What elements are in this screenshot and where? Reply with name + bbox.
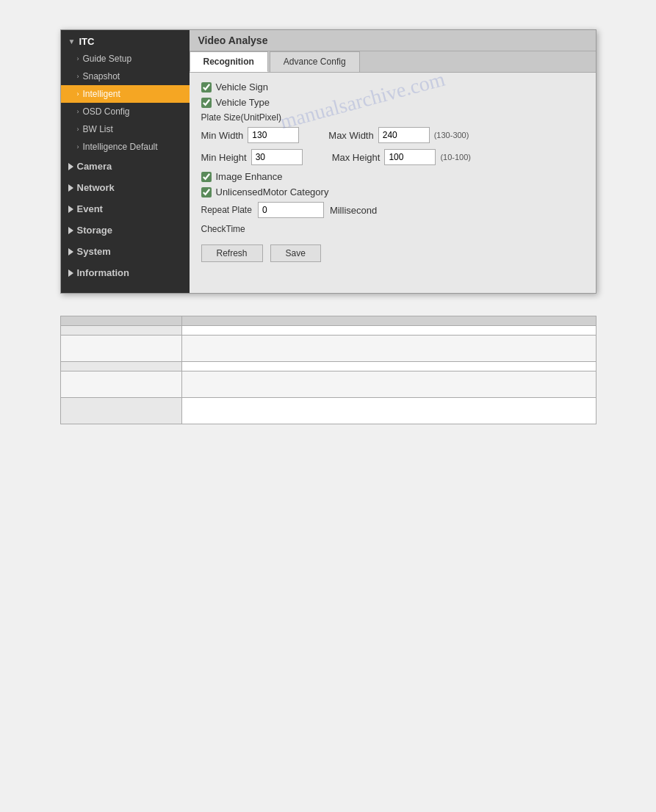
unlicensed-motor-row: UnlicensedMotor Category	[201, 186, 584, 197]
tab-recognition-label: Recognition	[203, 57, 254, 67]
image-enhance-checkbox[interactable]	[201, 172, 212, 182]
width-row: Min Width Max Width (130-300)	[201, 127, 584, 143]
min-height-label: Min Height	[201, 152, 247, 163]
table-cell-right	[181, 362, 596, 371]
vehicle-sign-label: Vehicle Sign	[216, 81, 269, 93]
tab-advance-config-label: Advance Config	[284, 57, 346, 67]
network-tri	[68, 184, 73, 192]
sidebar-item-osd-config[interactable]: › OSD Config	[61, 103, 190, 120]
sidebar-group-storage-label: Storage	[77, 225, 112, 236]
min-width-group: Min Width	[201, 127, 300, 143]
height-row: Min Height Max Height (10-100)	[201, 149, 584, 165]
sidebar-item-label-intelligence-default: Intelligence Default	[83, 142, 158, 152]
sidebar-group-camera-label: Camera	[77, 161, 112, 172]
sidebar-group-event-label: Event	[77, 203, 103, 214]
image-enhance-row: Image Enhance	[201, 171, 584, 182]
max-height-group: Max Height (10-100)	[332, 149, 471, 165]
tab-bar: Recognition Advance Config	[190, 51, 596, 73]
table-header-left	[60, 316, 181, 326]
sidebar-group-system-label: System	[77, 246, 111, 257]
storage-tri	[68, 227, 73, 234]
check-time-row: CheckTime	[201, 224, 584, 234]
table-cell-left	[60, 326, 181, 336]
guide-setup-arrow: ›	[77, 55, 79, 62]
table-cell-left	[60, 336, 181, 362]
table-row	[60, 362, 596, 371]
repeat-plate-input[interactable]	[258, 202, 324, 218]
table-row	[60, 326, 596, 336]
vehicle-type-label: Vehicle Type	[216, 97, 270, 108]
vehicle-type-checkbox[interactable]	[201, 98, 212, 108]
table-header-right	[181, 316, 596, 326]
sidebar-group-system[interactable]: System	[61, 241, 190, 262]
sidebar-item-label-osd-config: OSD Config	[83, 106, 130, 117]
max-height-input[interactable]	[384, 149, 436, 165]
min-height-group: Min Height	[201, 149, 303, 165]
repeat-plate-label: Repeat Plate	[201, 205, 252, 215]
snapshot-arrow: ›	[77, 73, 79, 80]
tab-recognition[interactable]: Recognition	[190, 51, 268, 72]
sidebar-section-itc-label: ITC	[79, 36, 94, 47]
sidebar-group-storage[interactable]: Storage	[61, 220, 190, 241]
image-enhance-label: Image Enhance	[216, 171, 283, 182]
plate-size-label: Plate Size(UnitPixel)	[201, 112, 584, 123]
button-row: Refresh Save	[201, 244, 584, 262]
max-width-group: Max Width (130-300)	[328, 127, 469, 143]
vehicle-sign-checkbox[interactable]	[201, 82, 212, 93]
sidebar-item-intelligent[interactable]: › Intelligent	[61, 85, 190, 103]
max-width-input[interactable]	[378, 127, 430, 143]
min-width-input[interactable]	[248, 127, 299, 143]
sidebar-group-information[interactable]: Information	[61, 262, 190, 283]
refresh-button[interactable]: Refresh	[201, 244, 263, 262]
tab-advance-config[interactable]: Advance Config	[270, 51, 360, 72]
sidebar-group-network-label: Network	[77, 182, 115, 193]
table-cell-left	[60, 398, 181, 424]
sidebar-item-bwlist[interactable]: › BW List	[61, 120, 190, 138]
table-cell-right	[181, 371, 596, 398]
table-row	[60, 371, 596, 398]
information-tri	[68, 269, 73, 277]
max-width-range: (130-300)	[434, 131, 469, 139]
camera-tri	[68, 163, 73, 170]
sidebar-item-label-bwlist: BW List	[83, 124, 113, 134]
max-height-range: (10-100)	[440, 153, 471, 162]
intelligent-arrow: ›	[77, 90, 79, 98]
table-cell-right	[181, 398, 596, 424]
max-height-label: Max Height	[332, 152, 381, 163]
vehicle-sign-row: Vehicle Sign	[201, 81, 584, 93]
sidebar-item-label-guide-setup: Guide Setup	[83, 54, 132, 64]
vehicle-type-row: Vehicle Type	[201, 97, 584, 108]
save-button[interactable]: Save	[270, 244, 321, 262]
repeat-plate-row: Repeat Plate Millisecond	[201, 202, 584, 218]
unlicensed-motor-label: UnlicensedMotor Category	[216, 186, 329, 197]
bottom-table	[60, 316, 596, 424]
sidebar-group-information-label: Information	[77, 267, 130, 278]
bwlist-arrow: ›	[77, 126, 79, 133]
main-panel: ▼ ITC › Guide Setup › Snapshot › Intelli…	[60, 29, 596, 294]
content-area: manualsarchive.com Video Analyse Recogni…	[190, 30, 596, 293]
sidebar-group-event[interactable]: Event	[61, 198, 190, 220]
system-tri	[68, 248, 73, 255]
page-title: Video Analyse	[198, 35, 268, 46]
sidebar-item-label-intelligent: Intelligent	[83, 89, 120, 99]
sidebar-group-camera[interactable]: Camera	[61, 156, 190, 177]
sidebar-item-intelligence-default[interactable]: › Intelligence Default	[61, 138, 190, 156]
sidebar-section-itc[interactable]: ▼ ITC	[61, 30, 190, 50]
intelligence-default-arrow: ›	[77, 143, 79, 151]
table-row	[60, 398, 596, 424]
bottom-table-wrapper	[60, 316, 596, 424]
sidebar-group-network[interactable]: Network	[61, 177, 190, 198]
event-tri	[68, 206, 73, 213]
sidebar-item-guide-setup[interactable]: › Guide Setup	[61, 50, 190, 68]
itc-collapse-arrow: ▼	[68, 37, 76, 46]
content-title-bar: Video Analyse	[190, 30, 596, 51]
max-width-label: Max Width	[328, 130, 373, 141]
sidebar-item-label-snapshot: Snapshot	[83, 71, 120, 81]
sidebar-item-snapshot[interactable]: › Snapshot	[61, 68, 190, 85]
millisecond-label: Millisecond	[330, 205, 377, 216]
unlicensed-motor-checkbox[interactable]	[201, 187, 212, 197]
table-cell-left	[60, 371, 181, 398]
table-row	[60, 336, 596, 362]
form-body: Vehicle Sign Vehicle Type Plate Size(Uni…	[190, 73, 596, 293]
min-height-input[interactable]	[251, 149, 303, 165]
